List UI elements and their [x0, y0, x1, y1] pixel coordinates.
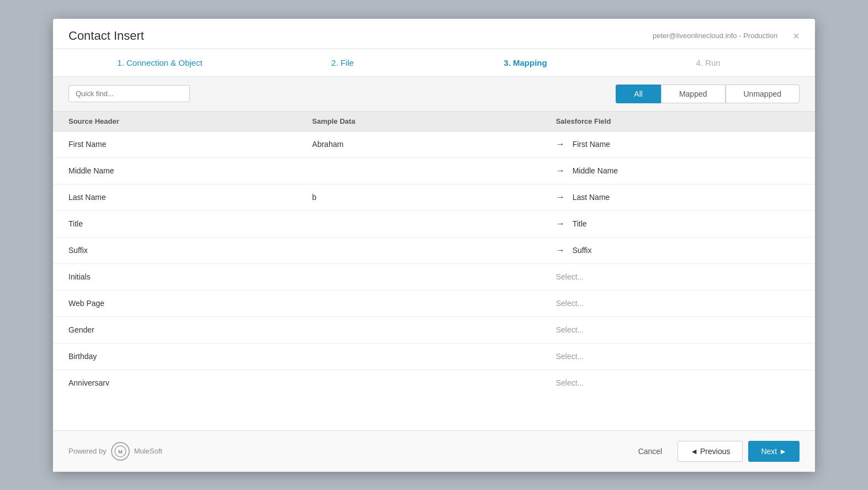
table-row: Title → Title: [53, 211, 815, 238]
filter-all-button[interactable]: All: [616, 85, 661, 103]
mulesoft-logo: M: [111, 442, 130, 461]
table-row: Middle Name → Middle Name: [53, 158, 815, 185]
arrow-icon: →: [556, 192, 565, 202]
table-row: Gender Select...: [53, 317, 815, 344]
contact-insert-modal: Contact Insert peter@liveonlinecloud.inf…: [53, 19, 815, 472]
sf-field-cell: → Title: [556, 212, 800, 235]
table-row: Birthday Select...: [53, 344, 815, 370]
source-cell: Last Name: [68, 186, 312, 208]
source-cell: Suffix: [68, 239, 312, 261]
source-cell: Birthday: [68, 345, 312, 367]
sf-field-cell: → Suffix: [556, 239, 800, 262]
modal-title: Contact Insert: [68, 29, 144, 43]
source-cell: Web Page: [68, 292, 312, 314]
source-cell: Title: [68, 213, 312, 235]
header-sf-field: Salesforce Field: [556, 117, 800, 125]
source-cell: First Name: [68, 133, 312, 155]
table-row: Web Page Select...: [53, 291, 815, 317]
sample-cell: [312, 376, 555, 386]
sample-cell: [312, 270, 555, 283]
modal-header: Contact Insert peter@liveonlinecloud.inf…: [53, 19, 815, 49]
sample-cell: [312, 350, 555, 363]
sf-field-cell: → Last Name: [556, 186, 800, 209]
arrow-icon: →: [556, 245, 565, 255]
quick-find-input[interactable]: [68, 85, 190, 102]
table-row: Initials Select...: [53, 264, 815, 291]
filter-bar: All Mapped Unmapped: [53, 77, 815, 112]
table-row: Anniversary Select...: [53, 370, 815, 386]
sample-cell: Abraham: [312, 133, 555, 155]
sf-field-cell: Select...: [556, 372, 800, 386]
filter-unmapped-button[interactable]: Unmapped: [726, 85, 800, 103]
sf-field-cell: Select...: [556, 292, 800, 314]
next-button[interactable]: Next ►: [748, 441, 800, 462]
table-row: First Name Abraham → First Name: [53, 131, 815, 158]
modal-body: All Mapped Unmapped Source Header Sample…: [53, 77, 815, 430]
header-sample: Sample Data: [312, 117, 555, 125]
filter-mapped-button[interactable]: Mapped: [661, 85, 726, 103]
close-button[interactable]: ×: [793, 30, 800, 41]
modal-header-right: peter@liveonlinecloud.info - Production …: [653, 30, 800, 41]
steps-nav: 1. Connection & Object 2. File 3. Mappin…: [53, 49, 815, 77]
sf-field-cell: Select...: [556, 266, 800, 288]
header-source: Source Header: [68, 117, 312, 125]
table-row: Suffix → Suffix: [53, 238, 815, 264]
step-3[interactable]: 3. Mapping: [434, 58, 617, 67]
powered-by: Powered by M MuleSoft: [68, 442, 162, 461]
arrow-icon: →: [556, 139, 565, 149]
footer-buttons: Cancel ◄ Previous Next ►: [628, 441, 800, 462]
source-cell: Middle Name: [68, 160, 312, 182]
table-body: First Name Abraham → First Name Middle N…: [53, 131, 815, 386]
previous-button[interactable]: ◄ Previous: [678, 441, 743, 462]
filter-buttons: All Mapped Unmapped: [616, 85, 800, 103]
sample-cell: [312, 164, 555, 177]
step-2[interactable]: 2. File: [251, 58, 434, 67]
table-header: Source Header Sample Data Salesforce Fie…: [53, 112, 815, 131]
sample-cell: [312, 217, 555, 230]
sample-cell: [312, 244, 555, 257]
cancel-button[interactable]: Cancel: [628, 441, 673, 461]
svg-text:M: M: [118, 449, 123, 455]
sf-field-cell: → First Name: [556, 133, 800, 156]
source-cell: Anniversary: [68, 372, 312, 386]
step-1[interactable]: 1. Connection & Object: [68, 58, 251, 67]
sample-cell: [312, 297, 555, 310]
source-cell: Gender: [68, 319, 312, 341]
arrow-icon: →: [556, 166, 565, 176]
modal-user: peter@liveonlinecloud.info - Production: [653, 31, 777, 40]
source-cell: Initials: [68, 266, 312, 288]
sample-cell: [312, 323, 555, 336]
table-row: Last Name b → Last Name: [53, 185, 815, 211]
sf-field-cell: Select...: [556, 319, 800, 341]
sf-field-cell: Select...: [556, 345, 800, 367]
modal-footer: Powered by M MuleSoft Cancel ◄ Previous …: [53, 430, 815, 472]
sample-cell: b: [312, 186, 555, 208]
arrow-icon: →: [556, 219, 565, 229]
step-4[interactable]: 4. Run: [617, 58, 800, 67]
sf-field-cell: → Middle Name: [556, 159, 800, 182]
